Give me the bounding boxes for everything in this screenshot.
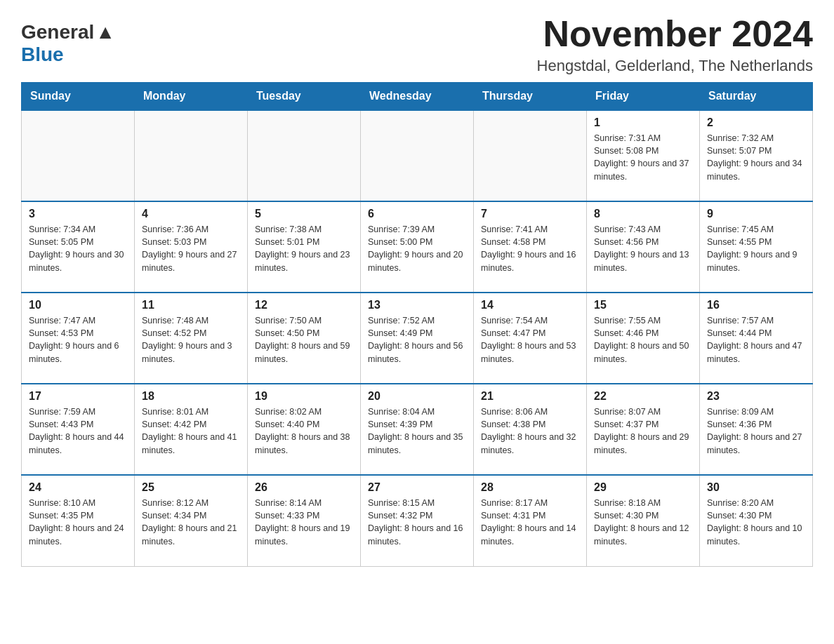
calendar-table: SundayMondayTuesdayWednesdayThursdayFrid… bbox=[21, 82, 813, 567]
day-number: 29 bbox=[594, 481, 692, 494]
calendar-header-row: SundayMondayTuesdayWednesdayThursdayFrid… bbox=[22, 83, 813, 111]
calendar-cell: 29Sunrise: 8:18 AM Sunset: 4:30 PM Dayli… bbox=[587, 475, 700, 566]
day-info: Sunrise: 8:17 AM Sunset: 4:31 PM Dayligh… bbox=[481, 497, 579, 548]
calendar-cell: 28Sunrise: 8:17 AM Sunset: 4:31 PM Dayli… bbox=[474, 475, 587, 566]
header-tuesday: Tuesday bbox=[248, 83, 361, 111]
calendar-cell: 16Sunrise: 7:57 AM Sunset: 4:44 PM Dayli… bbox=[700, 293, 813, 384]
calendar-week-4: 24Sunrise: 8:10 AM Sunset: 4:35 PM Dayli… bbox=[22, 475, 813, 566]
calendar-cell: 22Sunrise: 8:07 AM Sunset: 4:37 PM Dayli… bbox=[587, 384, 700, 475]
calendar-cell: 19Sunrise: 8:02 AM Sunset: 4:40 PM Dayli… bbox=[248, 384, 361, 475]
day-number: 10 bbox=[29, 299, 127, 311]
header-thursday: Thursday bbox=[474, 83, 587, 111]
day-number: 23 bbox=[707, 390, 805, 403]
day-info: Sunrise: 7:32 AM Sunset: 5:07 PM Dayligh… bbox=[707, 132, 805, 183]
day-number: 8 bbox=[594, 208, 692, 220]
day-info: Sunrise: 8:01 AM Sunset: 4:42 PM Dayligh… bbox=[142, 405, 240, 457]
calendar-cell: 24Sunrise: 8:10 AM Sunset: 4:35 PM Dayli… bbox=[22, 475, 135, 566]
day-number: 26 bbox=[255, 481, 353, 494]
logo-general-text: General bbox=[21, 22, 94, 42]
day-number: 21 bbox=[481, 390, 579, 403]
calendar-cell: 6Sunrise: 7:39 AM Sunset: 5:00 PM Daylig… bbox=[361, 201, 474, 293]
calendar-cell: 18Sunrise: 8:01 AM Sunset: 4:42 PM Dayli… bbox=[135, 384, 248, 475]
day-info: Sunrise: 8:06 AM Sunset: 4:38 PM Dayligh… bbox=[481, 405, 579, 457]
day-number: 20 bbox=[368, 390, 466, 403]
day-number: 3 bbox=[29, 208, 127, 220]
day-info: Sunrise: 7:54 AM Sunset: 4:47 PM Dayligh… bbox=[481, 314, 579, 365]
title-area: November 2024 Hengstdal, Gelderland, The… bbox=[537, 14, 813, 75]
day-info: Sunrise: 7:36 AM Sunset: 5:03 PM Dayligh… bbox=[142, 223, 240, 274]
day-info: Sunrise: 8:14 AM Sunset: 4:33 PM Dayligh… bbox=[255, 497, 353, 548]
day-info: Sunrise: 7:39 AM Sunset: 5:00 PM Dayligh… bbox=[368, 223, 466, 274]
day-info: Sunrise: 8:04 AM Sunset: 4:39 PM Dayligh… bbox=[368, 405, 466, 457]
calendar-cell: 7Sunrise: 7:41 AM Sunset: 4:58 PM Daylig… bbox=[474, 201, 587, 293]
calendar-cell: 21Sunrise: 8:06 AM Sunset: 4:38 PM Dayli… bbox=[474, 384, 587, 475]
calendar-cell: 8Sunrise: 7:43 AM Sunset: 4:56 PM Daylig… bbox=[587, 201, 700, 293]
day-info: Sunrise: 7:41 AM Sunset: 4:58 PM Dayligh… bbox=[481, 223, 579, 274]
header: General ▲ Blue November 2024 Hengstdal, … bbox=[21, 14, 813, 75]
day-number: 5 bbox=[255, 208, 353, 220]
calendar-week-2: 10Sunrise: 7:47 AM Sunset: 4:53 PM Dayli… bbox=[22, 293, 813, 384]
calendar-cell: 11Sunrise: 7:48 AM Sunset: 4:52 PM Dayli… bbox=[135, 293, 248, 384]
logo: General ▲ Blue bbox=[21, 14, 115, 66]
day-info: Sunrise: 7:45 AM Sunset: 4:55 PM Dayligh… bbox=[707, 223, 805, 274]
day-number: 30 bbox=[707, 481, 805, 494]
calendar-cell bbox=[22, 110, 135, 201]
day-number: 25 bbox=[142, 481, 240, 494]
header-wednesday: Wednesday bbox=[361, 83, 474, 111]
day-info: Sunrise: 7:47 AM Sunset: 4:53 PM Dayligh… bbox=[29, 314, 127, 365]
calendar-cell: 27Sunrise: 8:15 AM Sunset: 4:32 PM Dayli… bbox=[361, 475, 474, 566]
calendar-week-0: 1Sunrise: 7:31 AM Sunset: 5:08 PM Daylig… bbox=[22, 110, 813, 201]
day-info: Sunrise: 8:09 AM Sunset: 4:36 PM Dayligh… bbox=[707, 405, 805, 457]
calendar-week-3: 17Sunrise: 7:59 AM Sunset: 4:43 PM Dayli… bbox=[22, 384, 813, 475]
calendar-cell bbox=[248, 110, 361, 201]
day-info: Sunrise: 7:55 AM Sunset: 4:46 PM Dayligh… bbox=[594, 314, 692, 365]
day-number: 16 bbox=[707, 299, 805, 311]
day-number: 1 bbox=[594, 116, 692, 129]
day-info: Sunrise: 8:10 AM Sunset: 4:35 PM Dayligh… bbox=[29, 497, 127, 548]
day-number: 19 bbox=[255, 390, 353, 403]
day-number: 14 bbox=[481, 299, 579, 311]
day-info: Sunrise: 7:43 AM Sunset: 4:56 PM Dayligh… bbox=[594, 223, 692, 274]
day-info: Sunrise: 7:34 AM Sunset: 5:05 PM Dayligh… bbox=[29, 223, 127, 274]
header-saturday: Saturday bbox=[700, 83, 813, 111]
calendar-cell bbox=[135, 110, 248, 201]
calendar-cell: 4Sunrise: 7:36 AM Sunset: 5:03 PM Daylig… bbox=[135, 201, 248, 293]
day-info: Sunrise: 8:12 AM Sunset: 4:34 PM Dayligh… bbox=[142, 497, 240, 548]
calendar-cell: 10Sunrise: 7:47 AM Sunset: 4:53 PM Dayli… bbox=[22, 293, 135, 384]
calendar-cell: 25Sunrise: 8:12 AM Sunset: 4:34 PM Dayli… bbox=[135, 475, 248, 566]
day-number: 7 bbox=[481, 208, 579, 220]
day-info: Sunrise: 7:48 AM Sunset: 4:52 PM Dayligh… bbox=[142, 314, 240, 365]
month-title: November 2024 bbox=[537, 14, 813, 54]
day-number: 6 bbox=[368, 208, 466, 220]
day-number: 12 bbox=[255, 299, 353, 311]
day-number: 28 bbox=[481, 481, 579, 494]
day-number: 22 bbox=[594, 390, 692, 403]
header-monday: Monday bbox=[135, 83, 248, 111]
header-sunday: Sunday bbox=[22, 83, 135, 111]
logo-blue-text: Blue bbox=[21, 43, 64, 66]
day-number: 27 bbox=[368, 481, 466, 494]
day-info: Sunrise: 7:31 AM Sunset: 5:08 PM Dayligh… bbox=[594, 132, 692, 183]
day-number: 15 bbox=[594, 299, 692, 311]
day-info: Sunrise: 8:07 AM Sunset: 4:37 PM Dayligh… bbox=[594, 405, 692, 457]
header-friday: Friday bbox=[587, 83, 700, 111]
location-title: Hengstdal, Gelderland, The Netherlands bbox=[537, 57, 813, 75]
calendar-week-1: 3Sunrise: 7:34 AM Sunset: 5:05 PM Daylig… bbox=[22, 201, 813, 293]
day-number: 11 bbox=[142, 299, 240, 311]
calendar-cell bbox=[474, 110, 587, 201]
calendar-cell: 13Sunrise: 7:52 AM Sunset: 4:49 PM Dayli… bbox=[361, 293, 474, 384]
calendar-cell: 17Sunrise: 7:59 AM Sunset: 4:43 PM Dayli… bbox=[22, 384, 135, 475]
day-number: 4 bbox=[142, 208, 240, 220]
day-number: 24 bbox=[29, 481, 127, 494]
calendar-cell: 2Sunrise: 7:32 AM Sunset: 5:07 PM Daylig… bbox=[700, 110, 813, 201]
calendar-cell: 9Sunrise: 7:45 AM Sunset: 4:55 PM Daylig… bbox=[700, 201, 813, 293]
day-number: 9 bbox=[707, 208, 805, 220]
calendar-cell bbox=[361, 110, 474, 201]
day-number: 13 bbox=[368, 299, 466, 311]
calendar-cell: 12Sunrise: 7:50 AM Sunset: 4:50 PM Dayli… bbox=[248, 293, 361, 384]
calendar-cell: 3Sunrise: 7:34 AM Sunset: 5:05 PM Daylig… bbox=[22, 201, 135, 293]
day-info: Sunrise: 8:20 AM Sunset: 4:30 PM Dayligh… bbox=[707, 497, 805, 548]
calendar-cell: 15Sunrise: 7:55 AM Sunset: 4:46 PM Dayli… bbox=[587, 293, 700, 384]
day-info: Sunrise: 8:02 AM Sunset: 4:40 PM Dayligh… bbox=[255, 405, 353, 457]
day-info: Sunrise: 7:57 AM Sunset: 4:44 PM Dayligh… bbox=[707, 314, 805, 365]
